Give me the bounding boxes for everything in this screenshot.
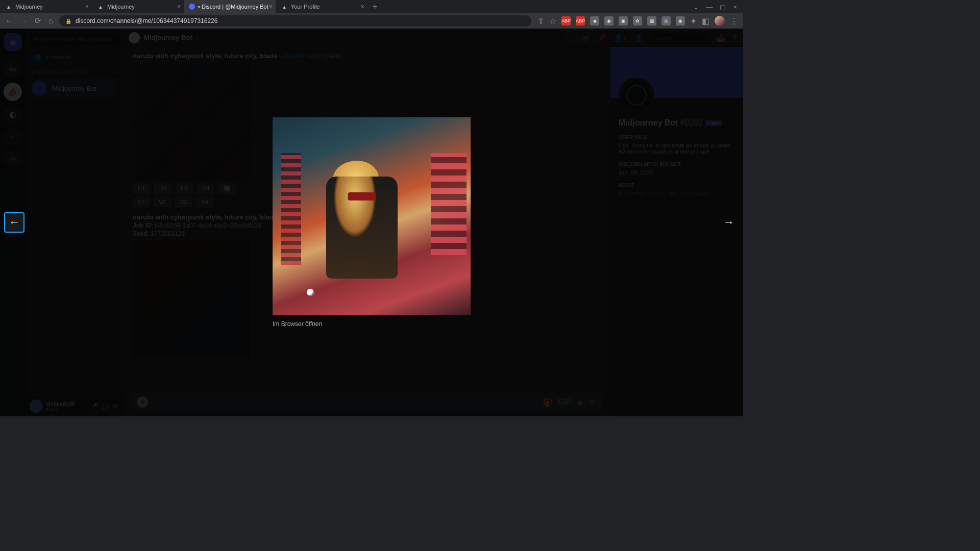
new-tab-button[interactable]: + — [368, 0, 382, 13]
home-icon[interactable]: ⌂ — [48, 16, 53, 26]
zoom-lens-icon — [307, 289, 314, 296]
minimize-icon[interactable]: — — [706, 3, 713, 11]
extension-icons: ⇪ ☆ ABP ABP ◆ ◉ ▣ ✿ ▦ ◎ ◉ ✦ ◧ ⋮ — [537, 16, 738, 26]
extension-icon[interactable]: ◎ — [662, 16, 671, 26]
sidepanel-icon[interactable]: ◧ — [702, 16, 709, 26]
tab-strip: ▲ Midjourney × ▲ Midjourney × • Discord … — [0, 0, 687, 13]
open-in-browser-link[interactable]: Im Browser öffnen — [273, 320, 471, 328]
extension-icon[interactable]: ◆ — [590, 16, 599, 26]
extension-icon[interactable]: ▣ — [619, 16, 628, 26]
extension-icon[interactable]: ✿ — [633, 16, 642, 26]
star-icon[interactable]: ☆ — [549, 16, 556, 26]
lock-icon: 🔒 — [65, 18, 71, 24]
tab-title: Midjourney — [107, 4, 135, 10]
lightbox-image[interactable] — [273, 117, 471, 315]
back-icon[interactable]: ← — [5, 16, 13, 26]
chevron-down-icon[interactable]: ⌄ — [693, 3, 699, 11]
url-text: discord.com/channels/@me/106344374919731… — [76, 17, 217, 24]
adblockplus-icon[interactable]: ABP — [576, 16, 585, 26]
tab-midjourney-2[interactable]: ▲ Midjourney × — [92, 0, 184, 13]
tab-midjourney-1[interactable]: ▲ Midjourney × — [0, 0, 92, 13]
favicon-icon: ▲ — [97, 3, 104, 10]
tab-discord[interactable]: • Discord | @Midjourney Bot × — [184, 0, 276, 13]
browser-toolbar: ← → ⟳ ⌂ 🔒 discord.com/channels/@me/10634… — [0, 13, 743, 29]
extensions-menu-icon[interactable]: ✦ — [690, 16, 697, 26]
tab-profile[interactable]: ▲ Your Profile × — [276, 0, 368, 13]
close-icon[interactable]: × — [85, 3, 89, 10]
share-icon[interactable]: ⇪ — [537, 16, 544, 26]
lightbox-prev-button[interactable]: ← — [4, 212, 24, 233]
discord-app: ◉ Svs ⛵ ◐ + ⊕ Finde oder starte ein Gesp… — [0, 29, 743, 416]
address-bar[interactable]: 🔒 discord.com/channels/@me/1063443749197… — [59, 15, 531, 27]
forward-icon[interactable]: → — [20, 16, 28, 26]
close-icon[interactable]: × — [269, 3, 273, 10]
extension-icon[interactable]: ◉ — [604, 16, 614, 26]
close-icon[interactable]: × — [361, 3, 364, 10]
reload-icon[interactable]: ⟳ — [35, 16, 41, 26]
tab-title: Your Profile — [291, 4, 320, 10]
window-controls: ⌄ — ▢ × — [687, 3, 743, 11]
extension-icon[interactable]: ◉ — [676, 16, 685, 26]
menu-icon[interactable]: ⋮ — [730, 16, 738, 26]
discord-favicon-icon — [189, 4, 195, 10]
extension-icon[interactable]: ▦ — [647, 16, 656, 26]
favicon-icon: ▲ — [281, 3, 288, 10]
favicon-icon: ▲ — [5, 3, 12, 10]
adblock-icon[interactable]: ABP — [561, 16, 571, 26]
close-window-icon[interactable]: × — [733, 3, 737, 11]
tab-title: Midjourney — [15, 4, 43, 10]
maximize-icon[interactable]: ▢ — [720, 3, 726, 11]
tab-title: • Discord | @Midjourney Bot — [198, 4, 268, 10]
profile-avatar-icon[interactable] — [715, 16, 725, 26]
lightbox-next-button[interactable]: → — [719, 212, 739, 233]
close-icon[interactable]: × — [177, 3, 181, 10]
browser-titlebar: ▲ Midjourney × ▲ Midjourney × • Discord … — [0, 0, 743, 13]
